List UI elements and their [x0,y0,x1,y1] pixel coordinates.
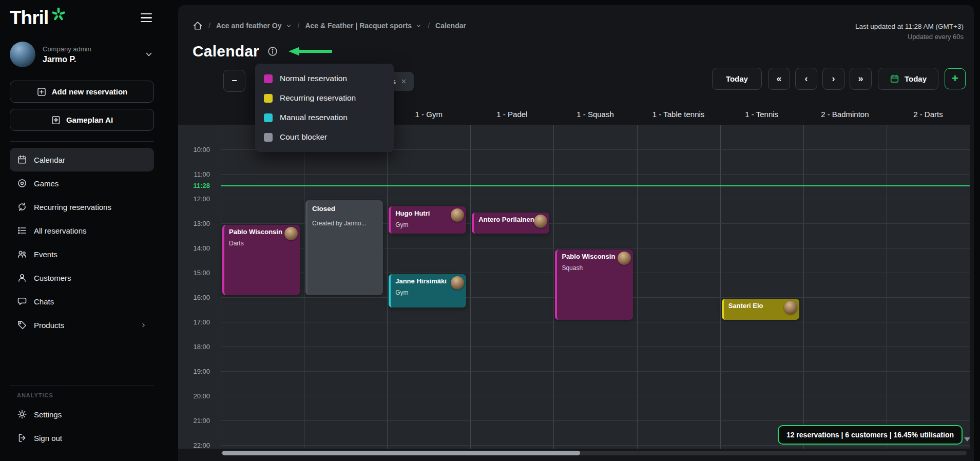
time-label: 13:00 [178,220,210,227]
sidebar-footer-nav: SettingsSign out [10,402,154,450]
event-normal[interactable]: Pablo WisconsinSquash [555,249,632,320]
grid-hour-line [221,420,970,421]
sidebar-item-games[interactable]: Games [10,171,154,195]
breadcrumb-item-label: Ace and feather Oy [216,22,282,30]
add-new-reservation-button[interactable]: Add new reservation [10,81,154,103]
prev-fast-button[interactable]: « [768,68,790,90]
event-recurring[interactable]: Santeri Elo [722,299,799,320]
scroll-down-indicator[interactable] [964,437,970,441]
app-root: Thril Company admin Jarmo P. [0,0,980,461]
sidebar-item-customers[interactable]: Customers [10,266,154,290]
column-header[interactable]: 2 - Darts [887,105,970,125]
event-subtitle: Squash [562,264,628,272]
toolbar-right: Today «‹›» Today + [712,68,966,90]
annotation-arrow [287,45,334,57]
legend-item: Normal reservation [255,69,394,88]
zoom-out-button[interactable]: − [223,70,245,92]
column-header[interactable]: 1 - Squash [553,105,637,125]
column-header[interactable]: 1 - Table tennis [637,105,720,125]
breadcrumb: /Ace and feather Oy/Ace & Feather | Racq… [178,5,974,31]
calendar-grid[interactable]: 10:0011:0012:0013:0014:0015:0016:0017:00… [178,125,970,449]
settings-icon [17,409,27,419]
breadcrumb-separator: / [208,22,210,30]
last-updated-block: Last updated at 11:28 AM (GMT+3) Updated… [855,23,964,41]
sidebar-item-sign-out[interactable]: Sign out [10,426,154,450]
sidebar-item-calendar[interactable]: Calendar [10,148,154,171]
column-header[interactable]: 2 - Badminton [803,105,887,125]
user-avatar [10,42,35,67]
sidebar-nav: CalendarGamesRecurring reservationsAll r… [10,148,154,337]
breadcrumb-item[interactable]: Calendar [435,22,466,30]
legend-item: Manual reservation [255,108,394,127]
next-fast-button[interactable]: » [850,68,872,90]
legend-item: Recurring reservation [255,88,394,108]
legend-swatch [264,74,273,83]
breadcrumb-separator: / [428,22,430,30]
last-updated-text: Last updated at 11:28 AM (GMT+3) [855,23,964,30]
sidebar-item-events[interactable]: Events [10,242,154,266]
current-time-line [221,185,970,186]
grid-hour-line [221,199,970,199]
sidebar-top: Thril [10,8,154,27]
breadcrumb-home[interactable] [193,21,203,31]
column-header[interactable]: 1 - Tennis [720,105,803,125]
date-nav-group: «‹›» [768,68,872,90]
column-header[interactable]: 1 - Gym [387,105,470,125]
legend-label: Manual reservation [280,113,348,122]
event-subtitle: Darts [229,240,295,247]
customers-icon [17,273,27,283]
grid-column-line [887,125,887,449]
grid-column-line [553,125,554,449]
sidebar-item-label: All reservations [34,226,147,235]
date-picker-button[interactable]: Today [878,68,938,90]
sidebar-item-chats[interactable]: Chats [10,290,154,313]
event-normal[interactable]: Antero Porilainen [472,213,549,234]
grid-column-line [720,125,721,449]
column-header[interactable]: 1 - Padel [470,105,553,125]
time-label: 10:00 [178,146,210,153]
sidebar-item-recurring-reservations[interactable]: Recurring reservations [10,195,154,219]
info-button[interactable] [267,46,278,57]
time-label: 12:00 [178,195,210,203]
plus-box-icon [36,87,47,97]
remove-filter-button[interactable] [400,78,407,85]
sidebar-item-products[interactable]: Products [10,313,154,337]
legend-swatch [264,113,273,122]
grid-column-line [221,125,221,449]
today-button[interactable]: Today [712,68,762,90]
page-title: Calendar [193,43,259,60]
add-reservation-button[interactable]: + [945,68,966,89]
event-manual[interactable]: Janne HirsimäkiGym [389,274,466,308]
logo-sparkle-icon [51,7,66,22]
info-icon [267,46,278,57]
prev-button[interactable]: ‹ [795,68,817,90]
time-label: 14:00 [178,244,210,252]
avatar [451,208,464,222]
app-logo[interactable]: Thril [10,8,66,27]
menu-toggle-button[interactable] [139,11,154,24]
event-normal[interactable]: Pablo WisconsinDarts [222,225,300,295]
gameplan-ai-button[interactable]: Gameplan AI [10,109,154,131]
avatar [784,301,797,314]
event-normal[interactable]: Hugo HutriGym [389,206,466,234]
sidebar-item-all-reservations[interactable]: All reservations [10,219,154,242]
breadcrumb-item[interactable]: Ace and feather Oy [216,22,292,30]
next-button[interactable]: › [822,68,844,90]
recurring-icon [17,202,27,212]
horizontal-scrollbar[interactable] [221,451,967,455]
date-picker-label: Today [905,74,927,83]
scrollbar-thumb[interactable] [222,451,580,455]
close-icon [400,78,407,85]
grid-column-line [637,125,638,449]
breadcrumb-separator: / [298,22,300,30]
stats-badge: 12 reservations | 6 customers | 16.45% u… [778,425,963,445]
sidebar-item-label: Calendar [34,156,147,164]
sidebar-item-settings[interactable]: Settings [10,402,154,426]
time-label: 19:00 [178,368,210,375]
legend-label: Court blocker [280,132,327,142]
event-blocker[interactable]: ClosedCreated by Jarmo... [305,200,383,295]
user-meta: Company admin Jarmo P. [43,45,137,64]
user-menu[interactable]: Company admin Jarmo P. [10,42,154,67]
breadcrumb-item[interactable]: Ace & Feather | Racquet sports [305,22,422,30]
current-time-label: 11:28 [178,182,210,189]
